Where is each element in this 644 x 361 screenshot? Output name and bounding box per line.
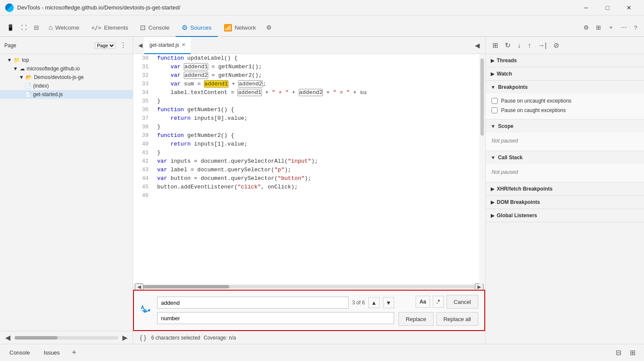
maximize-button[interactable]: □ [598, 1, 617, 15]
dock-icon-btn[interactable]: ⊟ [612, 347, 625, 358]
format-btn[interactable]: { } [138, 333, 148, 342]
pause-resume-btn[interactable]: ⊞ [490, 39, 501, 51]
vertical-scrollbar[interactable] [479, 54, 485, 284]
sidebar-scroll-right[interactable]: ▶ [121, 333, 129, 343]
line-code[interactable] [154, 191, 479, 200]
line-code[interactable]: function getNumber1() { [154, 106, 479, 114]
line-number: 46 [133, 191, 154, 200]
call-stack-body: Not paused [486, 164, 644, 182]
sidebar-more-btn[interactable]: ⋮ [118, 40, 128, 50]
xhr-label: XHR/fetch Breakpoints [497, 186, 553, 192]
h-scroll-left-btn[interactable]: ◀ [135, 283, 143, 291]
tab-settings-gear[interactable]: ⚙ [580, 19, 592, 37]
editor-action-btn-right[interactable]: ◀ [473, 40, 482, 51]
find-prev-btn[interactable]: ▲ [368, 297, 380, 308]
global-listeners-header[interactable]: ▶ Global Listeners [486, 209, 644, 222]
step-into-btn[interactable]: ↓ [515, 40, 523, 51]
line-code[interactable]: } [154, 149, 479, 157]
tree-item-index[interactable]: 📄 (index) [0, 82, 133, 90]
tab-sources[interactable]: ⚙ Sources [176, 19, 218, 37]
dom-header[interactable]: ▶ DOM Breakpoints [486, 196, 644, 209]
sidebar-scroll-left[interactable]: ◀ [3, 333, 12, 343]
tab-more[interactable]: ⚙ [262, 19, 276, 37]
line-code[interactable]: function getNumber2() { [154, 131, 479, 140]
h-scrollbar[interactable] [143, 285, 475, 288]
xhr-header[interactable]: ▶ XHR/fetch Breakpoints [486, 182, 644, 195]
tree-item-top[interactable]: ▼ 📁 top [0, 56, 133, 64]
pause-caught-checkbox[interactable] [492, 107, 498, 113]
page-dropdown[interactable]: Page [95, 42, 115, 49]
help-icon: ? [634, 24, 637, 31]
breakpoints-arrow: ▼ [491, 85, 495, 90]
editor-back-btn[interactable]: ◀ [137, 40, 144, 50]
console-tab[interactable]: Console [5, 348, 34, 358]
threads-header[interactable]: ▶ Threads [486, 54, 644, 67]
elements-icon: </> [91, 24, 101, 31]
line-code[interactable]: label.textContent = addend1 + " + " + ad… [154, 88, 479, 97]
step-btn[interactable]: →| [535, 40, 549, 51]
add-tab-btn[interactable]: + [69, 347, 79, 358]
line-code[interactable]: var button = document.querySelector("but… [154, 174, 479, 183]
line-code[interactable]: var addend1 = getNumber1(); [154, 63, 479, 71]
h-scroll-right-btn[interactable]: ▶ [475, 283, 483, 291]
tab-kebab[interactable]: ⋯ [617, 19, 630, 37]
tab-add-panel[interactable]: ＋ [605, 19, 617, 37]
file-index-icon: 📄 [25, 83, 31, 89]
cancel-btn[interactable]: Cancel [447, 295, 478, 309]
find-input[interactable] [157, 297, 349, 309]
keyword-token: function [157, 132, 184, 139]
horizontal-scroll-area: ◀ ▶ [133, 284, 485, 290]
line-code[interactable]: } [154, 123, 479, 131]
tree-item-demos[interactable]: ▼ 📂 Demos/devtools-js-ge [0, 73, 133, 82]
tab-network[interactable]: 📶 Network [218, 19, 262, 37]
step-out-btn[interactable]: ↑ [525, 40, 534, 51]
tab-sidebar-toggle[interactable]: ⊟ [30, 19, 43, 37]
table-row: 30function updateLabel() { [133, 54, 479, 63]
tab-device-toggle[interactable]: 📱 [3, 19, 18, 37]
editor-tab-getstarted[interactable]: get-started.js ✕ [144, 37, 191, 54]
replace-btn[interactable]: Replace [398, 312, 434, 326]
tab-welcome[interactable]: ⌂ Welcome [43, 19, 85, 37]
line-code[interactable]: var sum = addend1 + addend2; [154, 80, 479, 88]
match-case-btn[interactable]: Aa [416, 296, 430, 308]
sidebar-horizontal-scrollbar[interactable] [15, 336, 118, 340]
line-code[interactable]: var addend2 = getNumber2(); [154, 71, 479, 80]
issues-tab[interactable]: Issues [39, 348, 64, 358]
close-button[interactable]: ✕ [619, 1, 639, 15]
pause-uncaught-checkbox[interactable] [492, 98, 498, 104]
replace-input[interactable] [157, 312, 394, 324]
tab-panel-toggle[interactable]: ⊞ [592, 19, 605, 37]
pause-caught-label: Pause on caught exceptions [501, 107, 566, 113]
code-scroll[interactable]: 30function updateLabel() {31 var addend1… [133, 54, 479, 284]
line-code[interactable]: button.addEventListener("click", onClick… [154, 183, 479, 191]
breakpoints-header[interactable]: ▼ Breakpoints [486, 81, 644, 94]
step-over-btn[interactable]: ↻ [502, 39, 513, 51]
line-code[interactable]: var inputs = document.querySelectorAll("… [154, 157, 479, 166]
tree-item-domain[interactable]: ▼ ☁ microsoftedge.github.io [0, 64, 133, 73]
editor-tab-close[interactable]: ✕ [182, 42, 185, 48]
watch-header[interactable]: ▶ Watch [486, 67, 644, 80]
tab-elements[interactable]: </> Elements [85, 19, 134, 37]
call-stack-header[interactable]: ▼ Call Stack [486, 151, 644, 164]
tree-item-getstarted[interactable]: 📄 get-started.js [0, 90, 133, 99]
file-tree: ▼ 📁 top ▼ ☁ microsoftedge.github.io ▼ 📂 … [0, 54, 133, 331]
add-panel-icon: ＋ [608, 24, 614, 31]
replace-all-btn[interactable]: Replace all [436, 312, 478, 326]
line-code[interactable]: return inputs[0].value; [154, 114, 479, 123]
tab-help[interactable]: ? [630, 19, 641, 37]
svg-text:B: B [143, 308, 147, 313]
minimize-button[interactable]: ─ [576, 1, 596, 15]
keyword-token: function [157, 55, 184, 61]
line-code[interactable]: function updateLabel() { [154, 54, 479, 63]
line-code[interactable]: var label = document.querySelector("p"); [154, 166, 479, 174]
tab-console[interactable]: ⊡ Console [134, 19, 176, 37]
line-code[interactable]: return inputs[1].value; [154, 140, 479, 149]
deactivate-breakpoints-btn[interactable]: ⊘ [551, 39, 562, 51]
line-code[interactable]: } [154, 97, 479, 106]
scope-header[interactable]: ▼ Scope [486, 120, 644, 133]
regex-btn[interactable]: .* [433, 296, 444, 308]
undock-icon-btn[interactable]: ⊞ [626, 347, 639, 358]
watch-arrow: ▶ [491, 71, 494, 77]
tab-inspect-toggle[interactable]: ⛶ [18, 19, 30, 37]
find-next-btn[interactable]: ▼ [383, 297, 394, 308]
